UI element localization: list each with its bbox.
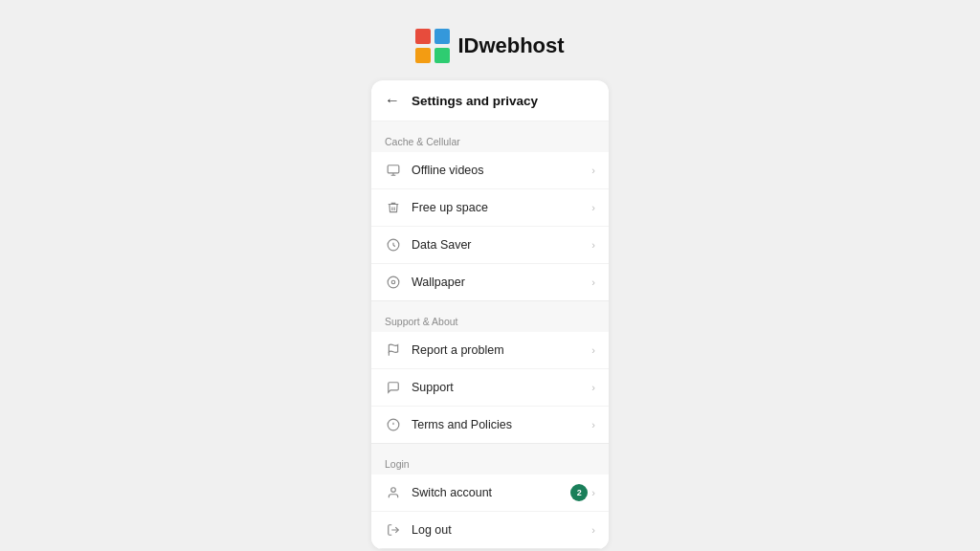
log-out-label: Log out xyxy=(412,523,591,537)
switch-account-label: Switch account xyxy=(412,486,570,499)
svg-point-12 xyxy=(391,488,396,493)
svg-point-6 xyxy=(388,276,399,288)
menu-item-report-problem[interactable]: Report a problem › xyxy=(371,332,609,369)
section-label-support: Support & About xyxy=(371,306,609,332)
menu-item-log-out[interactable]: Log out › xyxy=(371,512,609,548)
logo-text: IDwebhost xyxy=(457,33,564,58)
svg-rect-4 xyxy=(388,165,399,173)
chevron-icon: › xyxy=(591,419,595,430)
back-button[interactable]: ← xyxy=(385,92,400,109)
section-support: Support & About Report a problem › Suppo… xyxy=(371,301,609,444)
svg-rect-0 xyxy=(415,29,431,44)
chevron-icon: › xyxy=(591,202,595,213)
terms-policies-icon xyxy=(385,416,402,433)
data-saver-label: Data Saver xyxy=(412,238,591,252)
chevron-icon: › xyxy=(591,382,595,393)
section-cache: Cache & Cellular Offline videos › Free u… xyxy=(371,121,609,301)
panel-header: ← Settings and privacy xyxy=(371,80,609,121)
menu-item-data-saver[interactable]: Data Saver › xyxy=(371,227,609,264)
chevron-icon: › xyxy=(591,344,595,356)
section-login: Login Switch account 2 › Log out › xyxy=(371,444,609,549)
free-space-label: Free up space xyxy=(412,201,591,214)
wallpaper-icon xyxy=(385,274,402,291)
menu-item-support[interactable]: Support › xyxy=(371,369,609,407)
panel-title: Settings and privacy xyxy=(412,94,538,108)
menu-group-cache: Offline videos › Free up space › Data Sa… xyxy=(371,152,609,301)
svg-rect-3 xyxy=(434,48,450,63)
wallpaper-label: Wallpaper xyxy=(412,276,591,289)
menu-group-login: Switch account 2 › Log out › xyxy=(371,474,609,549)
log-out-icon xyxy=(385,521,402,539)
switch-account-icon xyxy=(385,484,402,501)
menu-item-free-space[interactable]: Free up space › xyxy=(371,189,609,227)
offline-videos-icon xyxy=(385,162,402,179)
data-saver-icon xyxy=(385,236,402,253)
menu-item-offline-videos[interactable]: Offline videos › xyxy=(371,152,609,189)
chevron-icon: › xyxy=(591,524,595,536)
settings-panel: ← Settings and privacy Cache & Cellular … xyxy=(371,80,609,549)
support-icon xyxy=(385,379,402,396)
report-problem-label: Report a problem xyxy=(412,343,591,357)
report-problem-icon xyxy=(385,342,402,359)
free-space-icon xyxy=(385,199,402,216)
logo: IDwebhost xyxy=(415,29,564,63)
svg-point-7 xyxy=(391,280,395,284)
svg-rect-2 xyxy=(415,48,431,63)
section-label-login: Login xyxy=(371,449,609,474)
support-label: Support xyxy=(412,381,591,394)
chevron-icon: › xyxy=(591,239,595,251)
chevron-icon: › xyxy=(591,165,595,176)
svg-rect-1 xyxy=(434,29,450,44)
menu-group-support: Report a problem › Support › Terms and P… xyxy=(371,332,609,444)
menu-item-terms-policies[interactable]: Terms and Policies › xyxy=(371,407,609,443)
offline-videos-label: Offline videos xyxy=(412,164,591,177)
menu-item-wallpaper[interactable]: Wallpaper › xyxy=(371,264,609,300)
section-label-cache: Cache & Cellular xyxy=(371,126,609,152)
chevron-icon: › xyxy=(591,487,595,498)
terms-policies-label: Terms and Policies xyxy=(412,418,591,431)
menu-item-switch-account[interactable]: Switch account 2 › xyxy=(371,474,609,512)
switch-account-badge: 2 xyxy=(570,484,588,501)
chevron-icon: › xyxy=(591,276,595,288)
